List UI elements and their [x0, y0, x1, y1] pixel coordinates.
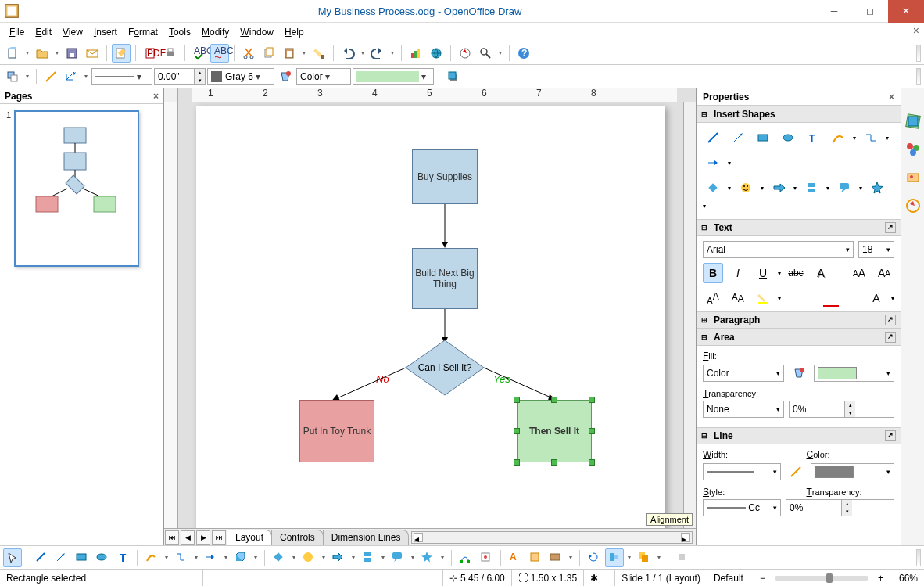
menu-file[interactable]: File — [5, 25, 29, 39]
line-transparency-spinner[interactable]: ▴▾ — [786, 499, 894, 516]
print-button[interactable] — [161, 44, 180, 63]
decrease-font-button[interactable]: AA — [874, 263, 894, 283]
spellcheck-button[interactable]: ABC — [190, 44, 209, 63]
cut-button[interactable] — [239, 44, 258, 63]
arrow-tool[interactable] — [728, 128, 748, 148]
more-icon[interactable]: ↗ — [885, 430, 896, 441]
extrusion-tool[interactable] — [673, 548, 692, 567]
more-icon[interactable]: ↗ — [885, 222, 896, 233]
selection-handle[interactable] — [514, 459, 520, 466]
select-tool[interactable] — [3, 548, 22, 567]
basic-shapes-tool[interactable] — [703, 178, 723, 198]
line-width-spinner[interactable]: ▴▾ — [154, 68, 206, 85]
navigator-button[interactable] — [456, 44, 475, 63]
underline-button[interactable]: U — [753, 263, 773, 283]
email-button[interactable] — [83, 44, 102, 63]
arrow-style-button[interactable] — [62, 67, 81, 86]
ellipse-tool[interactable] — [778, 128, 798, 148]
connector-tool[interactable] — [861, 128, 881, 148]
3d-objects-tool[interactable] — [231, 548, 250, 567]
shape-put-in-trunk[interactable]: Put In Toy Trunk — [299, 400, 374, 462]
open-button[interactable] — [33, 44, 52, 63]
zoom-button[interactable] — [476, 44, 495, 63]
menu-help[interactable]: Help — [280, 25, 309, 39]
ellipse-tool[interactable] — [93, 548, 112, 567]
pages-close-icon[interactable]: × — [153, 91, 159, 102]
shape-then-sell-it[interactable]: Then Sell It — [517, 400, 592, 462]
tab-nav-next[interactable]: ▶ — [196, 530, 210, 545]
more-icon[interactable]: ↗ — [885, 332, 896, 343]
rectangle-tool[interactable] — [753, 128, 773, 148]
alignment-tool[interactable] — [605, 548, 624, 567]
points-edit-tool[interactable] — [457, 548, 475, 567]
redo-button[interactable] — [368, 44, 387, 63]
chart-button[interactable] — [406, 44, 425, 63]
selection-handle[interactable] — [551, 397, 557, 403]
shape-buy-supplies[interactable]: Buy Supplies — [412, 149, 478, 204]
hyperlink-button[interactable] — [427, 44, 446, 63]
line-tool[interactable] — [32, 548, 51, 567]
fill-color-icon[interactable] — [789, 363, 809, 383]
area-fill-color-combo[interactable]: ▾ — [353, 68, 434, 85]
horizontal-scrollbar[interactable]: ◂▸ — [411, 531, 693, 544]
canvas-scroll[interactable]: Buy Supplies Build Next Big Thing Can I … — [178, 102, 683, 528]
toolbar-grip[interactable] — [916, 549, 921, 566]
gallery-tool[interactable] — [546, 548, 565, 567]
toolbar-grip[interactable] — [916, 68, 921, 85]
section-insert-shapes[interactable]: ⊟Insert Shapes — [697, 106, 901, 123]
drawing-page[interactable]: Buy Supplies Build Next Big Thing Can I … — [196, 106, 665, 528]
block-arrows-tool[interactable] — [329, 548, 348, 567]
glue-points-tool[interactable] — [477, 548, 496, 567]
menu-view[interactable]: View — [58, 25, 88, 39]
selection-handle[interactable] — [514, 428, 520, 434]
zoom-slider[interactable]: − + — [750, 570, 893, 586]
auto-spellcheck-button[interactable]: ABC — [210, 44, 229, 63]
arrange-tool[interactable] — [635, 548, 654, 567]
edit-file-button[interactable] — [112, 44, 131, 63]
line-tool[interactable] — [703, 128, 723, 148]
shape-decision[interactable]: Can I Sell It? — [406, 340, 484, 395]
menu-insert[interactable]: Insert — [89, 25, 122, 39]
tab-layout[interactable]: Layout — [227, 530, 272, 545]
fontwork-tool[interactable]: A — [506, 548, 525, 567]
transparency-value-spinner[interactable]: ▴▾ — [789, 401, 894, 418]
symbol-shapes-tool[interactable] — [736, 178, 756, 198]
section-line[interactable]: ⊟Line↗ — [697, 427, 901, 444]
menu-tools[interactable]: Tools — [164, 25, 195, 39]
styles-tab-icon[interactable] — [904, 140, 922, 159]
flowchart-tool[interactable] — [801, 178, 822, 198]
selection-handle[interactable] — [589, 428, 595, 434]
mdi-close-icon[interactable]: × — [913, 24, 919, 37]
save-button[interactable] — [63, 44, 81, 63]
copy-button[interactable] — [260, 44, 278, 63]
highlight-button[interactable] — [753, 288, 773, 308]
tab-dimension-lines[interactable]: Dimension Lines — [323, 530, 410, 545]
selection-handle[interactable] — [551, 459, 557, 466]
line-style-icon[interactable] — [41, 67, 60, 86]
toolbar-grip[interactable] — [916, 45, 921, 62]
line-style-combo[interactable]: ▾ — [91, 68, 152, 85]
menu-modify[interactable]: Modify — [197, 25, 234, 39]
font-color-button[interactable]: A — [866, 288, 886, 308]
tab-controls[interactable]: Controls — [271, 530, 324, 545]
properties-close-icon[interactable]: × — [889, 92, 894, 102]
undo-button[interactable] — [338, 44, 357, 63]
flowchart-tool[interactable] — [359, 548, 378, 567]
selection-handle[interactable] — [589, 397, 595, 403]
tab-nav-prev[interactable]: ◀ — [181, 530, 195, 545]
menu-format[interactable]: Format — [124, 25, 163, 39]
area-fill-type-combo[interactable]: Color▾ — [296, 68, 351, 85]
selection-handle[interactable] — [514, 397, 520, 403]
shadow-text-button[interactable]: A — [811, 263, 831, 283]
menu-edit[interactable]: Edit — [30, 25, 56, 39]
rectangle-tool[interactable] — [73, 548, 91, 567]
vertical-scrollbar[interactable] — [683, 102, 696, 528]
text-tool[interactable]: T — [803, 128, 823, 148]
callouts-tool[interactable] — [389, 548, 407, 567]
more-icon[interactable]: ↗ — [885, 315, 896, 325]
section-area[interactable]: ⊟Area↗ — [697, 329, 901, 346]
fill-color-combo[interactable]: ▾ — [814, 365, 894, 382]
help-button[interactable]: ? — [514, 44, 533, 63]
basic-shapes-tool[interactable] — [270, 548, 288, 567]
text-tool[interactable]: T — [113, 548, 132, 567]
